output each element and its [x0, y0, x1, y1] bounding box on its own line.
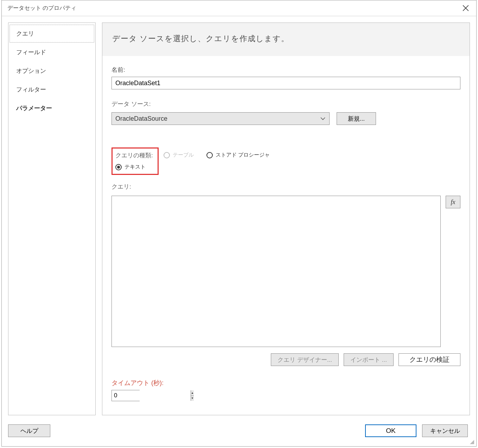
query-designer-button[interactable]: クエリ デザイナー... [271, 353, 339, 366]
cancel-button[interactable]: キャンセル [422, 424, 468, 437]
dataset-properties-dialog: データセット のプロパティ クエリ フィールド オプション [1, 0, 477, 447]
spinner-down[interactable]: ▼ [191, 396, 194, 401]
import-button[interactable]: インポート ... [344, 353, 394, 366]
spinner-buttons: ▲ ▼ [191, 390, 194, 401]
close-icon [463, 5, 469, 11]
name-input[interactable] [111, 77, 460, 89]
content-panel: データ ソースを選択し、クエリを作成します。 名前: データ ソース: Orac… [102, 23, 470, 415]
validate-query-button[interactable]: クエリの検証 [399, 353, 460, 366]
dialog-footer: ヘルプ OK キャンセル [8, 420, 470, 441]
sidebar-item-label: パラメーター [16, 105, 52, 112]
query-textarea[interactable] [111, 196, 441, 347]
query-type-section: クエリの種類: テキスト テーブル [111, 136, 460, 175]
dialog-title: データセット のプロパティ [7, 5, 76, 12]
radio-label: ストアド プロシージャ [216, 152, 270, 158]
sidebar-item-label: オプション [16, 68, 46, 74]
sidebar-item-filters[interactable]: フィルター [9, 81, 94, 99]
datasource-value: OracleDataSource [115, 115, 167, 122]
spinner-up[interactable]: ▲ [191, 390, 194, 396]
query-label: クエリ: [111, 183, 460, 191]
radio-label: テキスト [125, 164, 146, 170]
timeout-label: タイムアウト (秒): [111, 379, 460, 387]
sidebar-item-parameters[interactable]: パラメーター [9, 99, 94, 117]
sidebar-item-label: クエリ [16, 30, 34, 37]
sidebar-item-fields[interactable]: フィールド [9, 43, 94, 61]
content-body: 名前: データ ソース: OracleDataSource 新規... [102, 56, 470, 415]
datasource-row: OracleDataSource 新規... [111, 112, 460, 125]
timeout-spinner[interactable]: ▲ ▼ [111, 390, 140, 401]
query-type-label: クエリの種類: [115, 151, 154, 159]
radio-icon [164, 152, 170, 158]
query-type-highlight: クエリの種類: テキスト [111, 147, 159, 175]
sidebar-nav: クエリ フィールド オプション フィルター パラメーター [8, 23, 96, 415]
timeout-input[interactable] [112, 390, 191, 401]
query-area-row: fx [111, 196, 460, 347]
timeout-section: タイムアウト (秒): ▲ ▼ [111, 377, 460, 401]
radio-table: テーブル [164, 152, 194, 158]
fx-icon: fx [451, 198, 455, 206]
radio-stored-proc[interactable]: ストアド プロシージャ [206, 152, 270, 158]
footer-right: OK キャンセル [365, 424, 468, 437]
chevron-down-icon [320, 116, 326, 121]
resize-grip-icon[interactable] [469, 439, 474, 444]
sidebar-item-options[interactable]: オプション [9, 62, 94, 80]
radio-icon [206, 152, 213, 158]
main-row: クエリ フィールド オプション フィルター パラメーター データ ソースを選択し… [8, 23, 470, 415]
query-button-row: クエリ デザイナー... インポート ... クエリの検証 [111, 353, 460, 366]
datasource-label: データ ソース: [111, 100, 460, 108]
radio-icon [115, 164, 122, 170]
expression-fx-button[interactable]: fx [446, 196, 460, 208]
name-label: 名前: [111, 66, 460, 74]
radio-text[interactable]: テキスト [115, 164, 154, 170]
query-type-other-options: テーブル ストアド プロシージャ [164, 152, 270, 158]
dialog-body: クエリ フィールド オプション フィルター パラメーター データ ソースを選択し… [2, 16, 476, 446]
new-datasource-button[interactable]: 新規... [337, 112, 376, 125]
content-header: データ ソースを選択し、クエリを作成します。 [102, 23, 470, 56]
help-button[interactable]: ヘルプ [8, 424, 50, 437]
datasource-select[interactable]: OracleDataSource [111, 112, 330, 125]
close-button[interactable] [458, 1, 473, 15]
radio-label: テーブル [173, 152, 194, 158]
sidebar-item-query[interactable]: クエリ [9, 25, 94, 43]
titlebar: データセット のプロパティ [2, 0, 476, 16]
ok-button[interactable]: OK [365, 424, 416, 437]
sidebar-item-label: フィールド [16, 49, 46, 56]
sidebar-item-label: フィルター [16, 86, 46, 93]
